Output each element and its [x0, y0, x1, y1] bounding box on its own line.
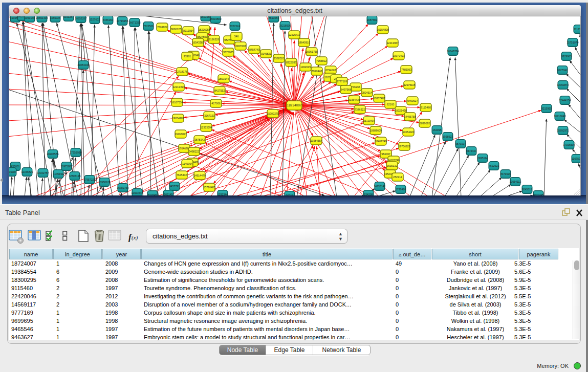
svg-text:15716485: 15716485	[203, 186, 215, 189]
svg-text:9457791: 9457791	[169, 185, 180, 188]
svg-text:18407249: 18407249	[375, 140, 386, 143]
svg-text:10210643: 10210643	[554, 115, 565, 118]
svg-text:1145193: 1145193	[53, 172, 63, 176]
svg-text:9245012: 9245012	[522, 188, 532, 191]
svg-text:10958127: 10958127	[98, 181, 110, 184]
svg-text:18724007: 18724007	[287, 103, 302, 107]
svg-text:16543382: 16543382	[192, 41, 204, 44]
svg-text:19384554: 19384554	[310, 139, 322, 142]
svg-text:8660125: 8660125	[171, 28, 181, 31]
svg-text:3878342: 3878342	[194, 138, 205, 141]
svg-text:252214: 252214	[393, 176, 402, 179]
svg-text:9146821: 9146821	[261, 52, 271, 55]
svg-text:15692971: 15692971	[557, 129, 569, 132]
svg-text:8186328: 8186328	[209, 38, 219, 41]
svg-text:16648784: 16648784	[447, 50, 459, 53]
svg-text:1117352: 1117352	[574, 28, 581, 31]
svg-text:8990448: 8990448	[312, 70, 322, 73]
svg-text:1167534: 1167534	[572, 157, 581, 160]
svg-text:7515526: 7515526	[143, 25, 154, 28]
svg-text:984067: 984067	[381, 152, 390, 156]
svg-text:20206576: 20206576	[47, 152, 58, 156]
svg-text:8813054: 8813054	[269, 16, 279, 19]
svg-text:16107554: 16107554	[171, 101, 183, 104]
svg-text:14120746: 14120746	[387, 159, 399, 162]
svg-text:14914479: 14914479	[193, 174, 205, 177]
svg-text:16671355: 16671355	[128, 21, 140, 24]
svg-text:16782759: 16782759	[117, 186, 128, 189]
svg-text:10653267: 10653267	[75, 17, 86, 20]
svg-text:10807487: 10807487	[373, 97, 385, 100]
svg-text:20364436: 20364436	[348, 98, 360, 101]
svg-text:10973493: 10973493	[393, 54, 404, 57]
svg-text:9474444: 9474444	[466, 149, 476, 152]
svg-text:12353594: 12353594	[200, 126, 212, 129]
svg-text:1733426: 1733426	[396, 188, 406, 191]
svg-text:812045: 812045	[148, 193, 157, 195]
svg-text:9227342: 9227342	[557, 69, 568, 72]
svg-text:7485063: 7485063	[401, 68, 411, 71]
svg-text:16033809: 16033809	[209, 17, 221, 20]
svg-text:20691406: 20691406	[36, 16, 48, 19]
svg-text:2087682: 2087682	[367, 18, 377, 21]
svg-text:8215955: 8215955	[541, 107, 552, 110]
svg-text:6879197: 6879197	[455, 142, 466, 145]
svg-text:12505135: 12505135	[69, 174, 80, 178]
svg-text:12342757: 12342757	[37, 171, 49, 174]
svg-text:62160: 62160	[387, 103, 395, 106]
svg-text:6899695: 6899695	[420, 122, 430, 125]
svg-text:12156829: 12156829	[21, 170, 33, 173]
svg-text:7663822: 7663822	[157, 26, 167, 29]
svg-text:2718176: 2718176	[177, 70, 187, 73]
svg-text:19654983: 19654983	[172, 117, 184, 120]
svg-text:6466160: 6466160	[103, 18, 113, 21]
svg-text:17016504: 17016504	[563, 143, 575, 146]
svg-text:164095: 164095	[432, 128, 441, 132]
svg-text:7386322: 7386322	[355, 108, 365, 111]
svg-text:7955812: 7955812	[316, 59, 326, 62]
svg-text:9329965: 9329965	[561, 55, 572, 58]
svg-text:5938923: 5938923	[443, 135, 453, 138]
svg-text:12213967: 12213967	[386, 41, 398, 45]
svg-text:18640910: 18640910	[298, 41, 310, 44]
svg-text:13654923: 13654923	[402, 130, 414, 134]
svg-text:3875685: 3875685	[223, 51, 233, 54]
svg-text:93901: 93901	[184, 55, 191, 58]
svg-text:417006: 417006	[211, 102, 220, 105]
svg-text:14136141: 14136141	[374, 185, 385, 188]
svg-text:8471626: 8471626	[500, 172, 511, 176]
svg-text:1140994: 1140994	[182, 162, 192, 165]
svg-text:9827509: 9827509	[197, 35, 207, 38]
svg-text:12093872: 12093872	[557, 83, 569, 86]
svg-text:154208: 154208	[364, 193, 373, 195]
svg-text:19166827: 19166827	[175, 133, 186, 136]
svg-text:10654112: 10654112	[510, 180, 521, 183]
svg-text:9031245: 9031245	[533, 193, 543, 195]
svg-text:746266: 746266	[351, 85, 360, 89]
svg-text:15751074: 15751074	[567, 41, 578, 44]
svg-text:1065326: 1065326	[50, 16, 60, 19]
svg-text:2069140: 2069140	[25, 16, 35, 19]
svg-text:9115460: 9115460	[421, 106, 431, 109]
svg-text:2803144: 2803144	[219, 77, 229, 80]
svg-text:12975115: 12975115	[404, 83, 416, 86]
svg-text:3824514: 3824514	[362, 91, 372, 94]
svg-text:9463627: 9463627	[407, 99, 418, 102]
svg-text:7632621: 7632621	[489, 164, 499, 167]
svg-text:8427552: 8427552	[214, 89, 225, 92]
svg-text:435001: 435001	[11, 165, 19, 168]
svg-text:1527602: 1527602	[90, 18, 100, 21]
svg-text:1362615: 1362615	[300, 65, 311, 69]
svg-text:9031287: 9031287	[63, 16, 74, 18]
svg-text:18226058: 18226058	[198, 28, 210, 31]
svg-text:9777169: 9777169	[337, 80, 347, 83]
svg-text:8322037: 8322037	[286, 61, 296, 64]
svg-text:10025438: 10025438	[395, 109, 406, 112]
svg-text:19218906: 19218906	[279, 24, 291, 27]
svg-text:1615132: 1615132	[387, 164, 397, 167]
svg-text:2367608: 2367608	[235, 45, 246, 48]
svg-text:10975887: 10975887	[60, 165, 72, 168]
svg-text:902145: 902145	[164, 193, 172, 195]
svg-text:15720407: 15720407	[363, 119, 375, 122]
svg-text:19756928: 19756928	[398, 145, 410, 148]
